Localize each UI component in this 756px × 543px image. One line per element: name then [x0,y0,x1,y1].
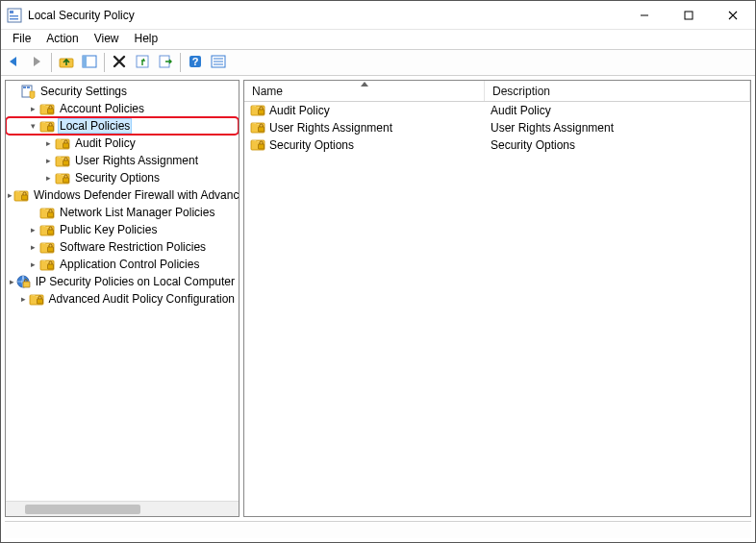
list-header: Name Description [244,81,750,102]
list-name-label: Security Options [269,138,354,152]
tree-item[interactable]: ▸Account Policies [6,100,239,117]
toolbar-separator [51,53,52,72]
tree-root[interactable]: Security Settings [6,83,239,100]
tree[interactable]: Security Settings ▸Account Policies▾Loca… [6,81,239,501]
window-controls [622,1,755,30]
tree-item[interactable]: ▸Public Key Policies [6,221,239,238]
tree-root-label: Security Settings [38,85,129,98]
tree-item[interactable]: ▸Software Restriction Policies [6,238,239,256]
close-button[interactable] [711,1,755,30]
tree-item[interactable]: ▸Application Control Policies [6,256,239,273]
horizontal-scrollbar[interactable] [6,501,239,516]
policy-folder-icon [39,205,55,220]
policy-folder-icon [250,102,265,120]
menu-view[interactable]: View [87,30,127,49]
back-button[interactable] [3,52,24,73]
folder-up-icon [59,54,74,72]
policy-folder-icon [13,187,29,203]
policy-folder-icon [29,291,44,307]
tree-item[interactable]: ▸Audit Policy [6,135,239,152]
menu-help[interactable]: Help [127,30,166,49]
security-root-icon [20,84,36,99]
export-icon [158,54,173,72]
titlebar: Local Security Policy [1,1,755,30]
chevron-right-icon[interactable] [8,86,19,97]
forward-button[interactable] [26,52,47,73]
tree-item-label: User Rights Assignment [73,154,200,167]
expander-icon[interactable]: ▸ [27,241,38,253]
tree-item[interactable]: ▸Windows Defender Firewall with Advanced… [6,186,239,204]
expander-icon[interactable]: ▸ [10,276,14,287]
policy-folder-icon [55,136,70,151]
expander-icon[interactable]: ▸ [27,259,38,270]
tree-item-label: Security Options [73,171,162,185]
list-row[interactable]: User Rights AssignmentUser Rights Assign… [244,119,750,136]
export-button[interactable] [155,52,176,73]
policy-folder-icon [250,119,265,137]
view-mode-button[interactable] [208,52,229,73]
column-header-name[interactable]: Name [244,81,485,101]
tree-item[interactable]: Network List Manager Policies [6,204,239,221]
menu-action[interactable]: Action [38,30,86,49]
policy-folder-icon [39,239,55,255]
column-header-description[interactable]: Description [485,81,750,101]
arrow-right-icon [29,54,44,72]
expander-icon[interactable]: ▸ [42,155,54,166]
up-button[interactable] [56,52,77,73]
help-icon [188,54,203,72]
tree-pane: Security Settings ▸Account Policies▾Loca… [5,80,239,517]
tree-item-label: Windows Defender Firewall with Advanced … [32,188,239,202]
policy-folder-icon [55,170,70,185]
tree-toggle-button[interactable] [79,52,100,73]
list-view-icon [211,54,226,72]
tree-item[interactable]: ▸Advanced Audit Policy Configuration [6,290,239,308]
tree-item-label: Account Policies [58,102,146,115]
refresh-icon [135,54,150,72]
expander-icon[interactable]: ▸ [20,293,28,305]
policy-folder-icon [39,118,55,134]
list-description-label: Audit Policy [491,104,551,117]
list-name-label: User Rights Assignment [269,121,392,135]
tree-item[interactable]: ▸IP Security Policies on Local Computer [6,273,239,290]
arrow-left-icon [6,54,21,72]
list-row[interactable]: Audit PolicyAudit Policy [244,102,750,119]
tree-item[interactable]: ▸Security Options [6,169,239,186]
main-area: Security Settings ▸Account Policies▾Loca… [1,76,755,521]
tree-view-icon [82,54,97,72]
scrollbar-thumb[interactable] [25,505,140,514]
expander-icon[interactable]: ▾ [27,120,38,132]
tree-item[interactable]: ▸User Rights Assignment [6,152,239,169]
tree-item-label: Audit Policy [73,136,138,150]
ipsec-icon [15,274,31,289]
refresh-button[interactable] [132,52,153,73]
tree-item-label: Local Policies [58,118,132,134]
list-description-label: Security Options [491,138,575,152]
tree-item[interactable]: ▾Local Policies [6,117,239,135]
expander-icon[interactable]: ▸ [42,137,54,149]
delete-button[interactable] [109,52,130,73]
maximize-button[interactable] [667,1,711,30]
expander-icon[interactable]: ▸ [8,189,13,201]
tree-item-label: Network List Manager Policies [58,206,216,219]
menubar: File Action View Help [1,30,755,49]
column-name-label: Name [252,85,283,98]
tree-item-label: Software Restriction Policies [58,240,208,254]
help-button[interactable] [185,52,206,73]
list-row[interactable]: Security OptionsSecurity Options [244,136,750,154]
expander-icon[interactable]: ▸ [27,224,38,235]
tree-item-label: Application Control Policies [58,258,201,271]
expander-icon[interactable]: ▸ [27,103,38,114]
app-icon [7,8,22,23]
list-name-label: Audit Policy [269,104,330,117]
expander-icon[interactable] [27,207,38,218]
menu-file[interactable]: File [5,30,38,49]
expander-icon[interactable]: ▸ [42,172,54,184]
minimize-button[interactable] [622,1,667,30]
svg-rect-23 [685,12,693,19]
delete-icon [112,54,127,72]
list-pane: Name Description Audit PolicyAudit Polic… [243,80,751,517]
list-body: Audit PolicyAudit PolicyUser Rights Assi… [244,102,750,154]
policy-folder-icon [250,136,265,155]
policy-folder-icon [39,222,55,237]
policy-folder-icon [55,153,70,168]
